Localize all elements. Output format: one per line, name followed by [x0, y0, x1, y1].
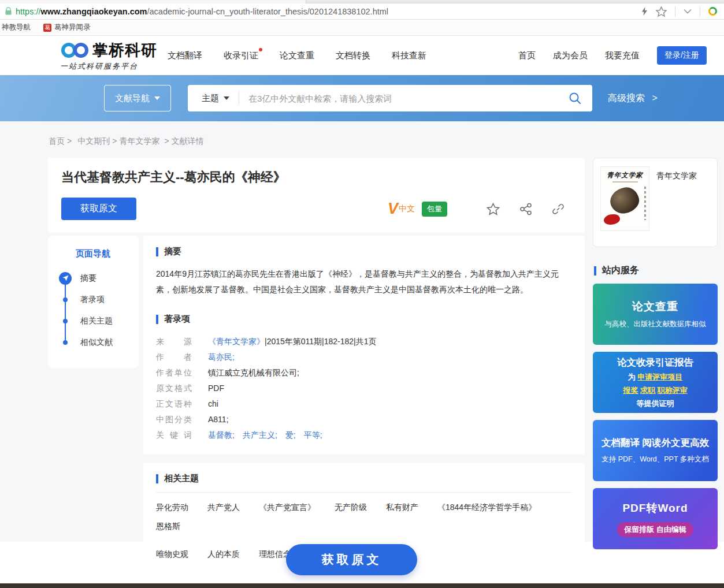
- topic-link[interactable]: 人的本质: [207, 549, 240, 560]
- chevron-down-icon[interactable]: [684, 9, 692, 14]
- lightning-icon[interactable]: [641, 7, 648, 16]
- record-label: 正文语种: [156, 396, 192, 412]
- section-bar: [156, 247, 158, 256]
- record-label: 中图分类: [156, 412, 192, 427]
- service-line: 报奖 求职 职称评审: [623, 385, 687, 396]
- abstract-heading: 摘要: [156, 246, 572, 257]
- keyword-link[interactable]: 基督教;: [208, 427, 235, 443]
- paper-plane-icon: [59, 272, 72, 285]
- record-heading: 著录项: [156, 314, 572, 325]
- primary-nav: 文档翻译 收录引证 论文查重 文档转换 科技查新: [168, 50, 426, 61]
- page-nav-item-abstract[interactable]: 摘要: [48, 267, 139, 289]
- nav-doc-convert[interactable]: 文档转换: [336, 50, 370, 61]
- arrow-right-icon: >: [652, 93, 657, 103]
- keyword-link[interactable]: 爱;: [285, 427, 296, 443]
- service-link-review-project[interactable]: 申请评审项目: [637, 373, 682, 381]
- search-icon: [568, 91, 582, 105]
- nav-label: 论文查重: [280, 50, 314, 60]
- topic-link[interactable]: 私有财产: [386, 503, 418, 513]
- ssl-lock-icon[interactable]: [5, 7, 12, 16]
- record-row-affiliation: 作者单位 镇江威立克机械有限公司;: [156, 365, 572, 381]
- search-field-label: 主题: [202, 93, 219, 104]
- advanced-search-link[interactable]: 高级搜索 >: [608, 92, 658, 105]
- browser-profile-avatar[interactable]: [708, 7, 717, 16]
- login-register-button[interactable]: 登录/注册: [657, 46, 707, 65]
- journal-link[interactable]: 《青年文学家》: [208, 337, 265, 346]
- checkmark-v-icon: V: [388, 201, 398, 217]
- bookmark-item[interactable]: 神教导航: [2, 23, 31, 32]
- share-icon[interactable]: [519, 203, 532, 215]
- topic-link[interactable]: 异化劳动: [156, 503, 188, 513]
- journal-name[interactable]: 青年文学家: [656, 171, 697, 239]
- floating-get-fulltext-button[interactable]: 获取原文: [286, 544, 417, 575]
- cover-ink-painting: [608, 185, 641, 215]
- logo-title: 掌桥科研: [92, 40, 157, 61]
- nav-home[interactable]: 首页: [518, 50, 536, 61]
- nav-become-member[interactable]: 成为会员: [553, 50, 588, 61]
- breadcrumb-cn-journal[interactable]: 中文期刊: [77, 136, 110, 147]
- topic-link[interactable]: 《1844年经济学哲学手稿》: [437, 503, 536, 513]
- page-nav-item-record[interactable]: 著录项: [48, 289, 139, 310]
- nav-citation-report[interactable]: 收录引证: [224, 50, 258, 61]
- record-value: A811;: [208, 412, 229, 427]
- topic-link[interactable]: 恩格斯: [156, 522, 180, 532]
- topic-link[interactable]: 《共产党宣言》: [259, 503, 315, 513]
- cover-side-text: [644, 187, 646, 220]
- nav-label: 科技查新: [392, 50, 426, 60]
- search-button[interactable]: [558, 91, 592, 105]
- topic-link[interactable]: 共产党人: [207, 503, 240, 513]
- journal-cover[interactable]: 青年文学家: [600, 166, 649, 231]
- nav-doc-translate[interactable]: 文档翻译: [168, 50, 202, 61]
- browser-address-bar[interactable]: https://www.zhangqiaokeyan.com/academic-…: [0, 3, 724, 20]
- nav-label: 文档翻译: [168, 50, 202, 60]
- section-title: 相关主题: [164, 473, 199, 484]
- url-protocol: https://: [16, 7, 41, 16]
- search-field-select[interactable]: 主题: [188, 93, 239, 104]
- record-row-author: 作者 葛亦民;: [156, 349, 572, 365]
- service-card-citation-report[interactable]: 论文收录引证报告 为 申请评审项目 报奖 求职 职称评审 等提供证明: [593, 352, 718, 413]
- page-nav-item-related[interactable]: 相关主题: [48, 310, 139, 332]
- nav-tech-novelty[interactable]: 科技查新: [392, 50, 426, 61]
- service-card-doc-translate[interactable]: 文档翻译 阅读外文更高效 支持 PDF、Word、PPT 多种文档: [593, 420, 718, 481]
- journal-card: 青年文学家 青年文学家: [593, 158, 718, 247]
- service-link-award[interactable]: 报奖: [623, 386, 638, 395]
- literature-nav-button[interactable]: 文献导航: [104, 85, 171, 111]
- service-link-job[interactable]: 求职: [640, 386, 655, 395]
- page-nav-label: 摘要: [80, 273, 96, 284]
- section-bar: [156, 474, 158, 483]
- service-line: 为 申请评审项目: [628, 372, 683, 382]
- service-link-title-review[interactable]: 职称评审: [658, 386, 688, 395]
- keyword-link[interactable]: 平等;: [304, 427, 322, 443]
- page-nav-title: 页面导航: [76, 248, 139, 259]
- topic-link[interactable]: 唯物史观: [156, 549, 188, 560]
- url-text[interactable]: https://www.zhangqiaokeyan.com/academic-…: [16, 7, 388, 16]
- abstract-record-card: 摘要 2014年9月江苏镇江的葛亦民先生在香港出版了《神经》，是基督教与共产主义…: [143, 236, 585, 455]
- copy-link-icon[interactable]: [552, 203, 565, 215]
- bookmark-item[interactable]: 葛 葛神异闻录: [43, 23, 91, 32]
- page-nav-label: 著录项: [80, 295, 105, 305]
- cover-decoration: [612, 181, 638, 183]
- bookmark-star-icon[interactable]: [656, 6, 667, 17]
- search-input[interactable]: [239, 94, 558, 103]
- breadcrumb-separator: >: [67, 136, 72, 147]
- service-card-pdf-to-word[interactable]: PDF转Word 保留排版 自由编辑: [593, 488, 718, 549]
- section-bar: [156, 315, 158, 324]
- nav-plagiarism-check[interactable]: 论文查重: [280, 50, 314, 61]
- site-logo[interactable]: 掌桥科研 一站式科研服务平台: [60, 40, 157, 72]
- cover-red-splash: [604, 214, 620, 225]
- bookmark-label: 神教导航: [2, 23, 31, 32]
- favorite-star-icon[interactable]: [487, 203, 500, 215]
- document-title: 当代基督教共产主义--葛亦民的《神经》: [61, 169, 571, 186]
- author-link[interactable]: 葛亦民;: [208, 352, 235, 362]
- topic-link[interactable]: 无产阶级: [335, 503, 367, 513]
- breadcrumb-journal-name[interactable]: 青年文学家: [119, 136, 159, 147]
- section-title: 著录项: [164, 314, 190, 325]
- get-fulltext-button[interactable]: 获取原文: [61, 198, 136, 220]
- nav-recharge[interactable]: 我要充值: [605, 50, 640, 61]
- url-path: /academic-journal-cn_youth-literator_the…: [147, 7, 389, 16]
- service-card-plagiarism-check[interactable]: 论文查重 与高校、出版社文献数据库相似: [593, 284, 718, 345]
- breadcrumb-home[interactable]: 首页: [49, 136, 65, 147]
- page-nav-item-similar[interactable]: 相似文献: [48, 332, 139, 353]
- keyword-link[interactable]: 共产主义;: [243, 427, 277, 443]
- timeline-dot-icon: [63, 340, 68, 345]
